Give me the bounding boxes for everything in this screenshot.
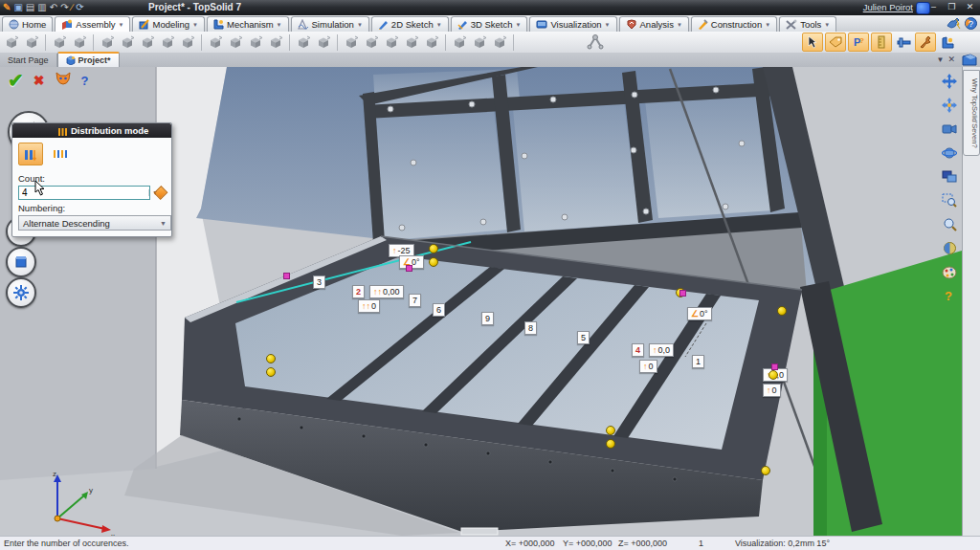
dimension-value-label[interactable]: ↑0 — [763, 384, 781, 397]
anchor-pin-handle[interactable] — [777, 306, 787, 316]
anchor-pin-handle[interactable] — [761, 466, 770, 475]
numbering-select[interactable]: Alternate Descending ▼ — [18, 215, 171, 231]
render-style-icon[interactable] — [941, 240, 958, 256]
ribbon-tab-tools[interactable]: Tools▼ — [779, 16, 836, 32]
dimension-value-label[interactable]: ∠0° — [687, 307, 712, 320]
publish-icon[interactable]: P? — [848, 33, 869, 52]
mode-count-button[interactable] — [18, 143, 43, 165]
toolbar-tool-icon[interactable] — [294, 33, 313, 51]
tab-start-page[interactable]: Start Page — [0, 54, 57, 67]
toolbar-tool-icon[interactable] — [382, 33, 401, 51]
undo-icon[interactable]: ↶ — [50, 1, 57, 14]
toolbar-tool-icon[interactable] — [118, 33, 137, 51]
display-mode-icon[interactable] — [941, 168, 958, 185]
minimize-button[interactable]: – — [925, 1, 942, 12]
snap-point-marker[interactable] — [771, 363, 778, 370]
toolbar-tool-icon[interactable] — [450, 33, 469, 51]
mode-spacing-button[interactable] — [49, 143, 72, 165]
command-help-icon[interactable]: ? — [81, 74, 89, 88]
dimension-value-label[interactable]: ↑↑0,00 — [369, 285, 404, 298]
dropdown-icon[interactable]: ▼ — [357, 22, 363, 28]
tab-list-icon[interactable]: ▼ — [937, 55, 945, 64]
anchor-pin-handle[interactable] — [606, 426, 615, 435]
dimension-value-label[interactable]: 2 — [352, 285, 365, 298]
ribbon-tab-2d-sketch[interactable]: 2D Sketch▼ — [371, 16, 449, 32]
ribbon-tab-3d-sketch[interactable]: 3D Sketch▼ — [451, 16, 528, 32]
refresh-icon[interactable]: ⟳ — [76, 1, 83, 14]
toolbar-tool-icon[interactable] — [470, 33, 489, 51]
restore-button[interactable]: ❐ — [944, 1, 960, 12]
anchor-pin-handle[interactable] — [429, 244, 438, 253]
tab-project[interactable]: Project* — [57, 52, 120, 67]
toolbar-tool-icon[interactable] — [422, 33, 441, 51]
dropdown-icon[interactable]: ▼ — [605, 22, 611, 28]
anchor-pin-handle[interactable] — [266, 354, 276, 363]
appearance-icon[interactable] — [941, 264, 958, 280]
solid-tool-button[interactable] — [6, 247, 36, 277]
parameter-diamond-icon[interactable] — [154, 186, 168, 200]
ribbon-tab-construction[interactable]: Construction▼ — [691, 16, 777, 32]
zoom-window-icon[interactable] — [941, 192, 958, 209]
camera-icon[interactable] — [941, 121, 958, 137]
toolbar-tool-icon[interactable] — [206, 33, 225, 51]
toolbar-tool-icon[interactable] — [70, 33, 89, 51]
anchor-pin-handle[interactable] — [768, 370, 778, 380]
snap-point-marker[interactable] — [283, 273, 290, 279]
toolbar-tool-icon[interactable] — [22, 33, 41, 51]
dropdown-icon[interactable]: ▼ — [277, 22, 282, 28]
viz-help-icon[interactable]: ? — [941, 288, 958, 304]
dropdown-icon[interactable]: ▼ — [192, 22, 198, 28]
toolbar-tool-icon[interactable] — [226, 33, 245, 51]
dropdown-icon[interactable]: ▼ — [515, 22, 521, 28]
select-cursor-icon[interactable] — [802, 33, 823, 52]
zoom-icon[interactable] — [941, 216, 958, 232]
dimension-value-label[interactable]: ↑0,0 — [649, 343, 674, 357]
cancel-icon[interactable]: ✖ — [33, 73, 45, 88]
part-icon[interactable] — [938, 33, 957, 51]
settings-gear-button[interactable] — [6, 277, 36, 308]
ribbon-tab-home[interactable]: Home — [2, 16, 53, 32]
snap-point-marker[interactable] — [406, 265, 412, 272]
dropdown-icon[interactable]: ▼ — [765, 22, 770, 28]
snap-point-marker[interactable] — [679, 290, 686, 297]
anchor-pin-handle[interactable] — [606, 439, 615, 449]
close-document-icon[interactable]: ✕ — [947, 55, 955, 64]
clamp-icon[interactable] — [894, 33, 913, 51]
toolbar-tool-icon[interactable] — [314, 33, 333, 51]
validate-icon[interactable]: ✔ — [8, 69, 24, 92]
brush-icon[interactable]: ✎ — [3, 1, 11, 14]
wrench-tool-icon[interactable] — [915, 33, 936, 52]
ribbon-tab-assembly[interactable]: Assembly▼ — [55, 16, 130, 32]
ribbon-tab-simulation[interactable]: Simulation▼ — [291, 16, 369, 32]
pan-icon[interactable] — [941, 73, 958, 89]
toolbar-tool-icon[interactable] — [362, 33, 381, 51]
toolbar-tool-icon[interactable] — [98, 33, 117, 51]
toolbar-tool-icon[interactable] — [266, 33, 285, 51]
anchor-pin-handle[interactable] — [429, 257, 438, 267]
dropdown-icon[interactable]: ▼ — [119, 22, 124, 28]
tag-icon[interactable] — [825, 33, 846, 52]
toolbar-tool-icon[interactable] — [138, 33, 157, 51]
toolbar-tool-icon[interactable] — [50, 33, 69, 51]
assembly-constraint-icon[interactable] — [586, 33, 605, 55]
why-topsolid-vertical-tab[interactable]: Why TopSolid'Seven? — [963, 70, 980, 156]
toolbar-tool-icon[interactable] — [402, 33, 421, 51]
dropdown-icon[interactable]: ▼ — [677, 22, 682, 28]
toolbar-tool-icon[interactable] — [2, 33, 21, 51]
toolbar-tool-icon[interactable] — [178, 33, 197, 51]
close-button[interactable]: ✕ — [962, 1, 978, 12]
toolbar-tool-icon[interactable] — [158, 33, 177, 51]
toolbar-tool-icon[interactable] — [246, 33, 265, 51]
dropdown-icon[interactable]: ▼ — [436, 22, 442, 28]
save-icon[interactable]: ▣ — [13, 1, 22, 14]
orbit-icon[interactable] — [941, 144, 958, 161]
pen-icon[interactable]: ∕ — [72, 1, 74, 14]
ribbon-tab-analysis[interactable]: Analysis▼ — [619, 16, 689, 32]
ribbon-tab-visualization[interactable]: Visualization▼ — [529, 16, 616, 32]
redo-icon[interactable]: ↷ — [60, 1, 68, 14]
ruler-icon[interactable] — [871, 33, 892, 52]
dimension-value-label[interactable]: ↑↑0 — [358, 299, 380, 313]
ribbon-tab-mechanism[interactable]: Mechanism▼ — [207, 16, 289, 32]
toolbar-tool-icon[interactable] — [490, 33, 509, 51]
dropdown-icon[interactable]: ▼ — [824, 22, 830, 28]
